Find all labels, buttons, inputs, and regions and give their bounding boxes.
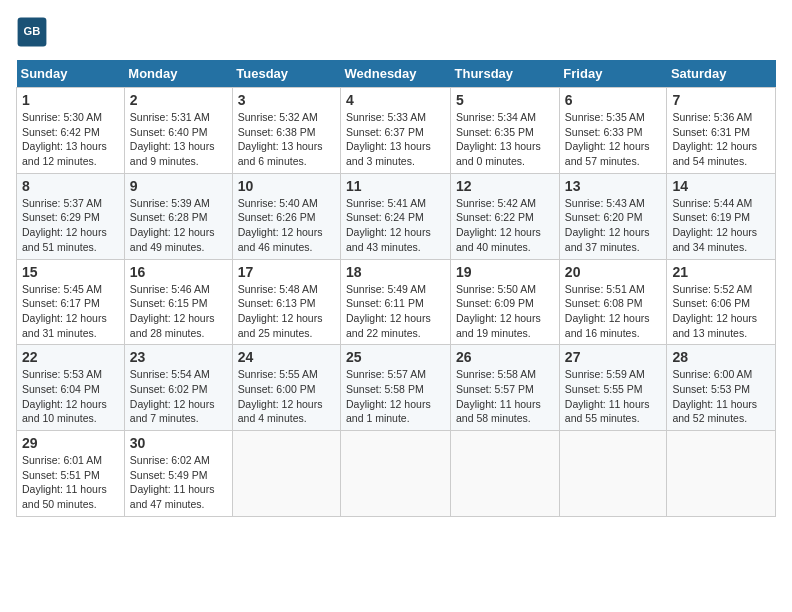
day-info: Sunrise: 5:59 AM Sunset: 5:55 PM Dayligh… (565, 367, 662, 426)
calendar-cell (341, 431, 451, 517)
day-number: 27 (565, 349, 662, 365)
col-header-thursday: Thursday (451, 60, 560, 88)
calendar-cell: 25Sunrise: 5:57 AM Sunset: 5:58 PM Dayli… (341, 345, 451, 431)
day-number: 28 (672, 349, 770, 365)
day-number: 4 (346, 92, 445, 108)
day-number: 12 (456, 178, 554, 194)
day-number: 24 (238, 349, 335, 365)
day-number: 18 (346, 264, 445, 280)
calendar-cell: 2Sunrise: 5:31 AM Sunset: 6:40 PM Daylig… (124, 88, 232, 174)
calendar-cell (232, 431, 340, 517)
day-info: Sunrise: 5:39 AM Sunset: 6:28 PM Dayligh… (130, 196, 227, 255)
day-info: Sunrise: 5:40 AM Sunset: 6:26 PM Dayligh… (238, 196, 335, 255)
day-info: Sunrise: 5:57 AM Sunset: 5:58 PM Dayligh… (346, 367, 445, 426)
logo-icon: GB (16, 16, 48, 48)
day-info: Sunrise: 5:54 AM Sunset: 6:02 PM Dayligh… (130, 367, 227, 426)
calendar-cell: 26Sunrise: 5:58 AM Sunset: 5:57 PM Dayli… (451, 345, 560, 431)
day-number: 23 (130, 349, 227, 365)
calendar-cell: 16Sunrise: 5:46 AM Sunset: 6:15 PM Dayli… (124, 259, 232, 345)
day-number: 15 (22, 264, 119, 280)
calendar-cell: 23Sunrise: 5:54 AM Sunset: 6:02 PM Dayli… (124, 345, 232, 431)
day-number: 8 (22, 178, 119, 194)
day-number: 16 (130, 264, 227, 280)
day-number: 29 (22, 435, 119, 451)
day-info: Sunrise: 5:42 AM Sunset: 6:22 PM Dayligh… (456, 196, 554, 255)
day-info: Sunrise: 5:52 AM Sunset: 6:06 PM Dayligh… (672, 282, 770, 341)
calendar-table: SundayMondayTuesdayWednesdayThursdayFrid… (16, 60, 776, 517)
calendar-cell: 22Sunrise: 5:53 AM Sunset: 6:04 PM Dayli… (17, 345, 125, 431)
day-number: 25 (346, 349, 445, 365)
page-header: GB (16, 16, 776, 48)
day-number: 1 (22, 92, 119, 108)
calendar-cell (667, 431, 776, 517)
calendar-cell: 17Sunrise: 5:48 AM Sunset: 6:13 PM Dayli… (232, 259, 340, 345)
day-info: Sunrise: 5:55 AM Sunset: 6:00 PM Dayligh… (238, 367, 335, 426)
calendar-cell: 21Sunrise: 5:52 AM Sunset: 6:06 PM Dayli… (667, 259, 776, 345)
day-number: 11 (346, 178, 445, 194)
calendar-cell: 29Sunrise: 6:01 AM Sunset: 5:51 PM Dayli… (17, 431, 125, 517)
calendar-cell: 27Sunrise: 5:59 AM Sunset: 5:55 PM Dayli… (559, 345, 667, 431)
day-number: 17 (238, 264, 335, 280)
calendar-cell (559, 431, 667, 517)
logo: GB (16, 16, 52, 48)
col-header-monday: Monday (124, 60, 232, 88)
calendar-cell: 4Sunrise: 5:33 AM Sunset: 6:37 PM Daylig… (341, 88, 451, 174)
day-info: Sunrise: 5:48 AM Sunset: 6:13 PM Dayligh… (238, 282, 335, 341)
day-info: Sunrise: 5:37 AM Sunset: 6:29 PM Dayligh… (22, 196, 119, 255)
day-number: 6 (565, 92, 662, 108)
calendar-cell: 5Sunrise: 5:34 AM Sunset: 6:35 PM Daylig… (451, 88, 560, 174)
day-number: 10 (238, 178, 335, 194)
calendar-cell: 24Sunrise: 5:55 AM Sunset: 6:00 PM Dayli… (232, 345, 340, 431)
day-number: 9 (130, 178, 227, 194)
calendar-cell: 18Sunrise: 5:49 AM Sunset: 6:11 PM Dayli… (341, 259, 451, 345)
day-number: 13 (565, 178, 662, 194)
calendar-cell: 13Sunrise: 5:43 AM Sunset: 6:20 PM Dayli… (559, 173, 667, 259)
day-number: 26 (456, 349, 554, 365)
day-number: 2 (130, 92, 227, 108)
calendar-cell: 14Sunrise: 5:44 AM Sunset: 6:19 PM Dayli… (667, 173, 776, 259)
day-info: Sunrise: 6:01 AM Sunset: 5:51 PM Dayligh… (22, 453, 119, 512)
day-number: 14 (672, 178, 770, 194)
day-number: 5 (456, 92, 554, 108)
calendar-cell: 10Sunrise: 5:40 AM Sunset: 6:26 PM Dayli… (232, 173, 340, 259)
day-info: Sunrise: 6:00 AM Sunset: 5:53 PM Dayligh… (672, 367, 770, 426)
col-header-saturday: Saturday (667, 60, 776, 88)
col-header-wednesday: Wednesday (341, 60, 451, 88)
calendar-cell: 30Sunrise: 6:02 AM Sunset: 5:49 PM Dayli… (124, 431, 232, 517)
day-info: Sunrise: 5:35 AM Sunset: 6:33 PM Dayligh… (565, 110, 662, 169)
day-number: 3 (238, 92, 335, 108)
calendar-cell: 6Sunrise: 5:35 AM Sunset: 6:33 PM Daylig… (559, 88, 667, 174)
day-number: 22 (22, 349, 119, 365)
calendar-cell: 20Sunrise: 5:51 AM Sunset: 6:08 PM Dayli… (559, 259, 667, 345)
day-info: Sunrise: 5:50 AM Sunset: 6:09 PM Dayligh… (456, 282, 554, 341)
calendar-cell (451, 431, 560, 517)
calendar-cell: 8Sunrise: 5:37 AM Sunset: 6:29 PM Daylig… (17, 173, 125, 259)
day-info: Sunrise: 5:33 AM Sunset: 6:37 PM Dayligh… (346, 110, 445, 169)
day-number: 19 (456, 264, 554, 280)
svg-text:GB: GB (24, 25, 41, 37)
day-info: Sunrise: 5:58 AM Sunset: 5:57 PM Dayligh… (456, 367, 554, 426)
calendar-cell: 19Sunrise: 5:50 AM Sunset: 6:09 PM Dayli… (451, 259, 560, 345)
calendar-cell: 7Sunrise: 5:36 AM Sunset: 6:31 PM Daylig… (667, 88, 776, 174)
col-header-friday: Friday (559, 60, 667, 88)
day-number: 21 (672, 264, 770, 280)
calendar-cell: 1Sunrise: 5:30 AM Sunset: 6:42 PM Daylig… (17, 88, 125, 174)
day-number: 7 (672, 92, 770, 108)
calendar-cell: 12Sunrise: 5:42 AM Sunset: 6:22 PM Dayli… (451, 173, 560, 259)
day-info: Sunrise: 5:46 AM Sunset: 6:15 PM Dayligh… (130, 282, 227, 341)
day-info: Sunrise: 5:36 AM Sunset: 6:31 PM Dayligh… (672, 110, 770, 169)
day-info: Sunrise: 6:02 AM Sunset: 5:49 PM Dayligh… (130, 453, 227, 512)
day-info: Sunrise: 5:45 AM Sunset: 6:17 PM Dayligh… (22, 282, 119, 341)
day-number: 20 (565, 264, 662, 280)
calendar-cell: 28Sunrise: 6:00 AM Sunset: 5:53 PM Dayli… (667, 345, 776, 431)
calendar-cell: 3Sunrise: 5:32 AM Sunset: 6:38 PM Daylig… (232, 88, 340, 174)
day-info: Sunrise: 5:31 AM Sunset: 6:40 PM Dayligh… (130, 110, 227, 169)
calendar-cell: 9Sunrise: 5:39 AM Sunset: 6:28 PM Daylig… (124, 173, 232, 259)
calendar-cell: 15Sunrise: 5:45 AM Sunset: 6:17 PM Dayli… (17, 259, 125, 345)
day-info: Sunrise: 5:49 AM Sunset: 6:11 PM Dayligh… (346, 282, 445, 341)
col-header-sunday: Sunday (17, 60, 125, 88)
day-number: 30 (130, 435, 227, 451)
day-info: Sunrise: 5:32 AM Sunset: 6:38 PM Dayligh… (238, 110, 335, 169)
day-info: Sunrise: 5:41 AM Sunset: 6:24 PM Dayligh… (346, 196, 445, 255)
day-info: Sunrise: 5:44 AM Sunset: 6:19 PM Dayligh… (672, 196, 770, 255)
